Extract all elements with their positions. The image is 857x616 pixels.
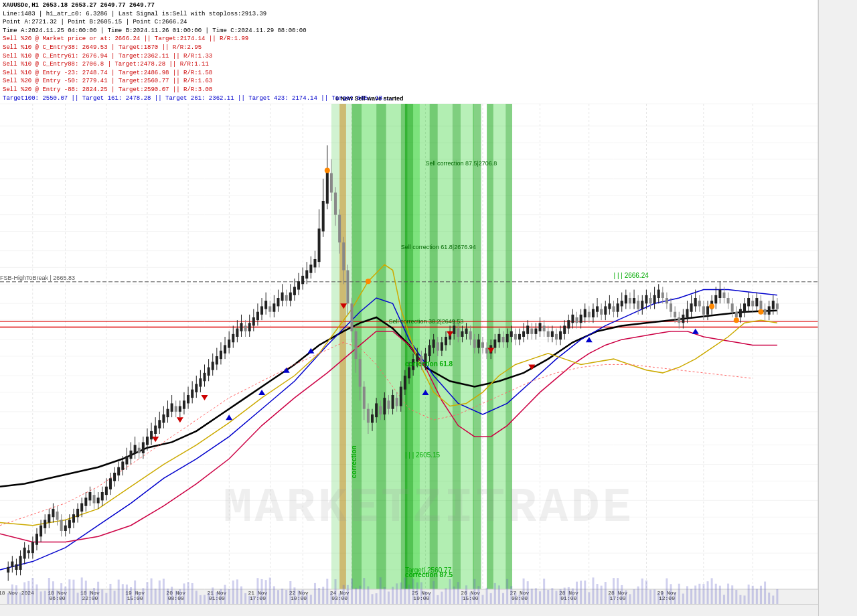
price-scale — [818, 0, 857, 616]
chart-container: XAUUSDe,H1 2653.18 2653.27 2649.77 2649.… — [0, 0, 857, 616]
watermark: MARKETZITRADE — [223, 481, 634, 536]
time-axis — [0, 604, 818, 616]
